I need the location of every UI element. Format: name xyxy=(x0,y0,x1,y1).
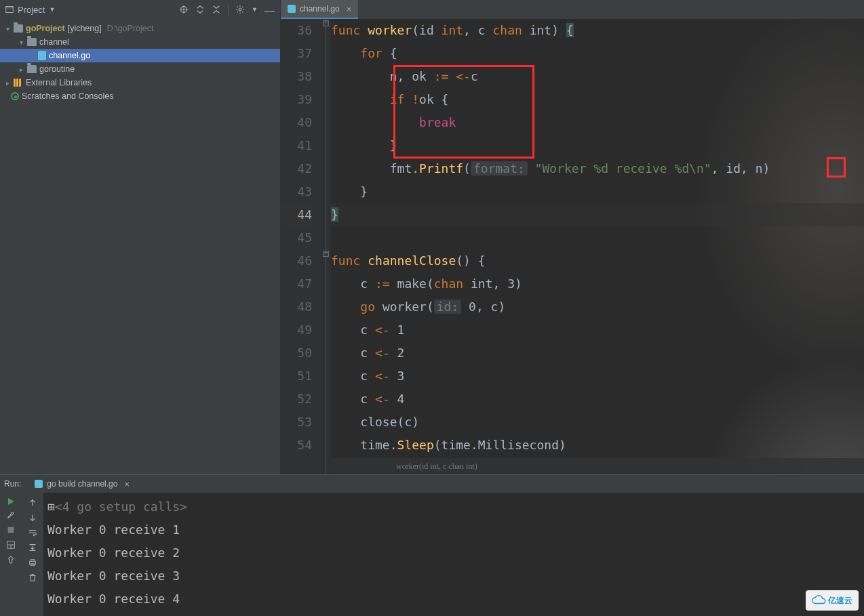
line-number: 36 xyxy=(281,19,312,42)
down-arrow-icon[interactable] xyxy=(28,513,37,522)
line-number: 40 xyxy=(281,111,312,134)
console-line: ⊞<4 go setup calls> xyxy=(47,495,860,518)
line-number: 37 xyxy=(281,42,312,65)
code-area[interactable]: func worker(id int, c chan int) { for { … xyxy=(331,19,864,474)
editor-tabs: channel.go × xyxy=(281,0,864,19)
scroll-to-end-icon[interactable] xyxy=(28,543,37,552)
close-icon[interactable]: × xyxy=(124,479,130,489)
tree-root-name: goProject xyxy=(26,24,65,33)
line-gutter: 36 37 38 39 40 41 42 43 44 45 46 47 48 4… xyxy=(281,19,321,474)
line-number: 46 xyxy=(281,249,312,272)
run-config-name[interactable]: go build channel.go xyxy=(47,479,117,489)
run-left-toolbar-2 xyxy=(22,493,43,616)
chevron-down-icon[interactable]: ▾ xyxy=(4,25,11,33)
code-line: fmt.Printf(format: "Worker %d receive %d… xyxy=(331,157,864,180)
project-dropdown-icon[interactable]: ▼ xyxy=(49,6,55,13)
folder-icon xyxy=(27,65,37,73)
tree-file-channel-go[interactable]: channel.go xyxy=(0,49,280,62)
run-tool-window: Run: go build channel.go × ⊞<4 go setup … xyxy=(0,474,864,616)
trash-icon[interactable] xyxy=(28,573,37,582)
line-number: 47 xyxy=(281,272,312,295)
line-number: 43 xyxy=(281,180,312,203)
run-left-toolbar xyxy=(0,493,22,616)
settings-dropdown-icon[interactable]: ▼ xyxy=(252,6,258,13)
soft-wrap-icon[interactable] xyxy=(28,528,37,537)
folder-icon xyxy=(27,38,37,46)
tree-label: goroutine xyxy=(39,64,75,74)
project-tree: ▾ goProject [yicheng] D:\goProject ▾ cha… xyxy=(0,19,281,474)
watermark-logo: 亿速云 xyxy=(806,590,859,611)
console-line: Worker 0 receive 1 xyxy=(47,518,860,541)
run-header: Run: go build channel.go × xyxy=(0,475,864,493)
code-line: close(c) xyxy=(331,411,864,434)
tree-root[interactable]: ▾ goProject [yicheng] D:\goProject xyxy=(0,22,280,35)
gear-icon[interactable] xyxy=(235,5,245,14)
tree-scratches[interactable]: Scratches and Consoles xyxy=(0,89,280,103)
code-editor[interactable]: 36 37 38 39 40 41 42 43 44 45 46 47 48 4… xyxy=(281,19,864,474)
tree-folder-goroutine[interactable]: ▸ goroutine xyxy=(0,62,280,76)
svg-rect-6 xyxy=(8,527,14,533)
layout-icon[interactable] xyxy=(6,540,16,550)
line-number: 49 xyxy=(281,319,312,342)
up-arrow-icon[interactable] xyxy=(28,498,37,508)
tab-channel-go[interactable]: channel.go × xyxy=(281,0,358,19)
line-number: 54 xyxy=(281,434,312,457)
code-line: c <- 3 xyxy=(331,365,864,388)
console-line: Worker 0 receive 2 xyxy=(47,541,860,564)
stop-icon[interactable] xyxy=(6,525,16,535)
pin-icon[interactable] xyxy=(6,555,16,564)
project-view-icon xyxy=(5,5,14,14)
expand-all-icon[interactable] xyxy=(195,5,205,14)
hide-tool-window-icon[interactable]: — xyxy=(264,4,275,16)
go-file-icon xyxy=(288,5,296,13)
go-file-icon xyxy=(35,480,43,488)
print-icon[interactable] xyxy=(28,558,37,567)
line-number: 50 xyxy=(281,342,312,365)
chevron-right-icon[interactable]: ▸ xyxy=(4,79,11,87)
code-line: c <- 2 xyxy=(331,342,864,365)
project-toolbar: Project ▼ ▼ — xyxy=(0,0,281,19)
tree-label: Scratches and Consoles xyxy=(22,91,114,101)
run-label: Run: xyxy=(4,479,21,489)
crosshair-icon[interactable] xyxy=(179,5,189,14)
fold-column xyxy=(321,19,331,474)
code-line: } xyxy=(331,203,864,226)
code-line: } xyxy=(331,134,864,157)
fold-toggle[interactable] xyxy=(323,20,329,26)
wrench-icon[interactable] xyxy=(6,510,16,520)
console-line: Worker 0 receive 3 xyxy=(47,564,860,588)
go-file-icon xyxy=(38,51,46,60)
line-number: 39 xyxy=(281,88,312,111)
line-number: 41 xyxy=(281,134,312,157)
tree-label: External Libraries xyxy=(26,78,92,87)
line-number: 38 xyxy=(281,65,312,88)
editor-breadcrumb[interactable]: worker(id int, c chan int) xyxy=(331,458,864,474)
code-line xyxy=(331,226,864,249)
line-number: 51 xyxy=(281,365,312,388)
tree-root-branch: [yicheng] xyxy=(68,24,102,33)
chevron-right-icon[interactable]: ▸ xyxy=(18,66,24,73)
svg-rect-11 xyxy=(31,560,34,562)
fold-toggle[interactable] xyxy=(323,251,329,257)
code-line: n, ok := <-c xyxy=(331,65,864,88)
tree-external-libraries[interactable]: ▸ External Libraries xyxy=(0,76,280,89)
code-line: c <- 4 xyxy=(331,388,864,411)
rerun-icon[interactable] xyxy=(8,498,14,505)
console-output[interactable]: ⊞<4 go setup calls> Worker 0 receive 1 W… xyxy=(43,493,864,616)
code-line: c := make(chan int, 3) xyxy=(331,272,864,295)
code-line: if !ok { xyxy=(331,88,864,111)
collapse-all-icon[interactable] xyxy=(212,5,221,14)
svg-rect-0 xyxy=(6,7,14,13)
tree-label: channel.go xyxy=(49,51,90,60)
code-line: time.Sleep(time.Millisecond) xyxy=(331,434,864,457)
code-line: func worker(id int, c chan int) { xyxy=(331,19,864,42)
tree-label: channel xyxy=(39,37,69,47)
close-icon[interactable]: × xyxy=(347,4,352,14)
code-line: c <- 1 xyxy=(331,319,864,342)
code-line: break xyxy=(331,111,864,134)
code-line: func channelClose() { xyxy=(331,249,864,272)
project-label[interactable]: Project xyxy=(18,5,45,15)
line-number: 42 xyxy=(281,157,312,180)
chevron-down-icon[interactable]: ▾ xyxy=(18,39,24,46)
tree-folder-channel[interactable]: ▾ channel xyxy=(0,35,280,49)
